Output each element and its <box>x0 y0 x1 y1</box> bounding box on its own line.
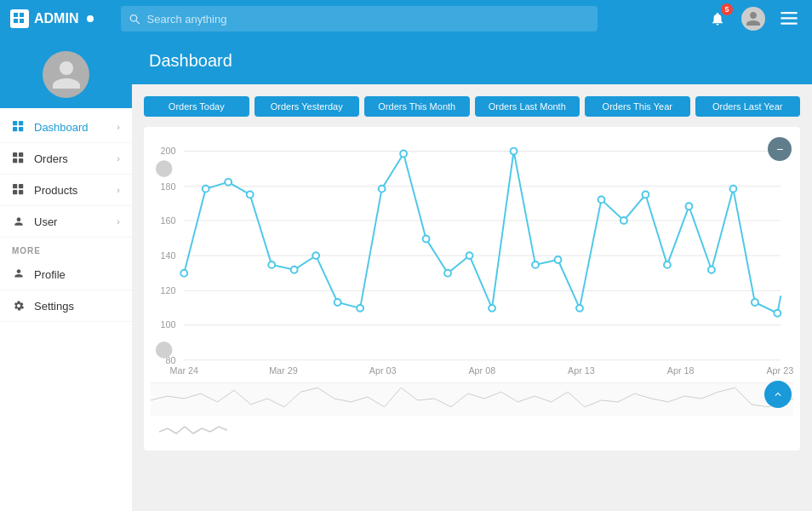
svg-point-60 <box>532 261 539 268</box>
sidebar-item-orders-left: Orders <box>12 152 68 165</box>
sidebar-item-products-left: Products <box>12 183 77 197</box>
svg-text:Mar 29: Mar 29 <box>269 365 298 376</box>
sidebar-label-products: Products <box>34 184 77 197</box>
search-input[interactable] <box>147 13 590 26</box>
svg-rect-18 <box>19 184 23 188</box>
svg-rect-16 <box>19 158 23 163</box>
filter-this-month[interactable]: Orders This Month <box>364 96 470 117</box>
svg-rect-14 <box>19 152 23 157</box>
sidebar-item-profile-left: Profile <box>12 267 66 281</box>
top-nav: ADMIN 5 <box>0 0 812 37</box>
line-chart: .grid-line { stroke: #e8e8e8; stroke-wid… <box>151 141 793 379</box>
menu-button[interactable] <box>776 6 802 32</box>
sidebar-item-settings[interactable]: Settings <box>0 290 132 322</box>
svg-point-67 <box>686 203 693 210</box>
svg-rect-7 <box>781 17 798 19</box>
settings-icon <box>12 299 26 313</box>
svg-text:Apr 08: Apr 08 <box>468 365 495 376</box>
sidebar-item-profile[interactable]: Profile <box>0 259 132 290</box>
svg-point-61 <box>555 256 562 263</box>
svg-rect-9 <box>13 121 17 125</box>
svg-text:Apr 13: Apr 13 <box>568 365 595 376</box>
chart-svg-wrap: .grid-line { stroke: #e8e8e8; stroke-wid… <box>151 141 793 379</box>
sidebar-label-dashboard: Dashboard <box>34 121 89 134</box>
svg-text:200: 200 <box>160 146 175 156</box>
hamburger-icon <box>781 12 798 26</box>
svg-point-55 <box>423 236 430 243</box>
sidebar-item-user-left: User <box>12 215 57 228</box>
user-chevron: › <box>117 216 120 227</box>
user-avatar-button[interactable] <box>741 6 766 32</box>
sidebar-avatar-icon <box>49 58 83 92</box>
search-bar[interactable] <box>121 6 598 32</box>
filter-today[interactable]: Orders Today <box>144 96 249 117</box>
main-layout: Dashboard › Orders › <box>0 37 812 511</box>
svg-point-52 <box>357 305 363 312</box>
svg-point-59 <box>511 148 518 155</box>
chart-collapse-button[interactable]: − <box>768 137 792 161</box>
svg-rect-15 <box>13 158 17 163</box>
sidebar-label-orders: Orders <box>34 152 68 165</box>
content-header: Dashboard <box>132 37 812 84</box>
svg-line-5 <box>136 20 140 24</box>
svg-point-4 <box>130 14 137 21</box>
filter-this-year[interactable]: Orders This Year <box>585 96 690 117</box>
svg-point-58 <box>489 305 495 312</box>
svg-rect-12 <box>19 127 23 131</box>
sidebar-label-profile: Profile <box>34 268 66 281</box>
chevron-up-icon <box>772 388 784 400</box>
bottom-wave <box>151 416 793 444</box>
sidebar-item-dashboard-left: Dashboard <box>12 120 89 134</box>
svg-point-46 <box>225 179 232 186</box>
brand-name: ADMIN <box>34 11 78 26</box>
nav-right: 5 <box>705 6 802 32</box>
search-icon <box>129 14 140 25</box>
svg-rect-0 <box>14 13 18 17</box>
filter-last-month[interactable]: Orders Last Month <box>475 96 580 117</box>
filter-yesterday[interactable]: Orders Yesterday <box>254 96 360 117</box>
svg-point-53 <box>379 186 386 192</box>
svg-point-63 <box>598 196 605 203</box>
scroll-up-button[interactable] <box>764 381 792 408</box>
content-body: Orders Today Orders Yesterday Orders Thi… <box>132 84 812 511</box>
avatar-icon <box>745 10 762 27</box>
mini-chart-svg <box>151 383 793 416</box>
svg-rect-3 <box>20 19 24 23</box>
orders-chevron: › <box>117 153 120 164</box>
sidebar-item-orders[interactable]: Orders › <box>0 143 132 175</box>
svg-point-62 <box>576 305 583 312</box>
sidebar-avatar <box>43 51 89 98</box>
svg-point-48 <box>268 261 275 268</box>
notifications-button[interactable]: 5 <box>705 6 730 32</box>
svg-point-70 <box>752 299 758 306</box>
sidebar-label-user: User <box>34 215 57 228</box>
svg-point-47 <box>247 192 254 198</box>
svg-point-54 <box>400 151 407 158</box>
sidebar-item-products[interactable]: Products › <box>0 175 132 206</box>
brand-icon <box>10 9 29 28</box>
svg-text:Apr 18: Apr 18 <box>667 365 695 376</box>
sidebar-item-settings-left: Settings <box>12 299 74 313</box>
brand-dot <box>87 15 94 22</box>
products-icon <box>12 183 26 197</box>
sidebar-avatar-area <box>0 37 132 108</box>
svg-point-49 <box>291 267 298 273</box>
svg-point-68 <box>708 267 715 273</box>
filter-last-year[interactable]: Orders Last Year <box>695 96 801 117</box>
svg-text:140: 140 <box>160 250 175 261</box>
more-label: MORE <box>0 238 132 259</box>
user-avatar <box>741 7 765 31</box>
svg-text:Mar 24: Mar 24 <box>169 365 198 376</box>
svg-rect-11 <box>13 127 17 131</box>
profile-icon <box>12 267 26 281</box>
sidebar-item-user[interactable]: User › <box>0 206 132 238</box>
sidebar-item-dashboard[interactable]: Dashboard › <box>0 112 132 143</box>
content: Dashboard Orders Today Orders Yesterday … <box>132 37 812 511</box>
svg-point-57 <box>466 252 473 259</box>
svg-text:160: 160 <box>160 215 175 226</box>
order-filters: Orders Today Orders Yesterday Orders Thi… <box>144 96 800 117</box>
svg-rect-2 <box>14 19 18 23</box>
svg-rect-19 <box>13 190 17 194</box>
svg-rect-6 <box>781 12 798 14</box>
bottom-wave-svg <box>159 422 227 439</box>
